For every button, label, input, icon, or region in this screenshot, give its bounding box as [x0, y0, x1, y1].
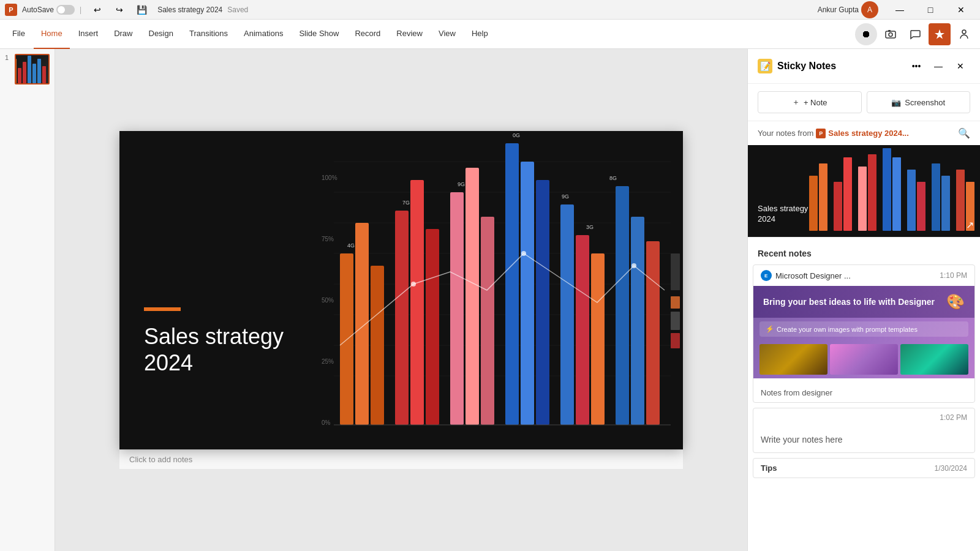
tab-home[interactable]: Home: [34, 20, 70, 49]
tab-review[interactable]: Review: [389, 20, 430, 49]
minimize-btn[interactable]: —: [886, 0, 914, 20]
svg-rect-23: [395, 211, 409, 425]
camera-tool-btn[interactable]: [880, 23, 902, 45]
title-bar: P AutoSave | ↩ ↪ 💾 Sales strategy 2024 S…: [0, 0, 980, 20]
screenshot-btn[interactable]: 📷 Screenshot: [867, 91, 971, 113]
filename-label: Sales strategy 2024: [157, 6, 222, 14]
slide-accent-line: [144, 307, 181, 311]
svg-rect-0: [886, 31, 895, 38]
svg-rect-31: [536, 180, 549, 425]
svg-rect-59: [809, 176, 818, 231]
svg-text:50%: 50%: [322, 297, 334, 304]
designer-note-time: 1:10 PM: [940, 271, 967, 280]
svg-rect-67: [907, 170, 916, 231]
slide-1-wrapper: 1: [5, 54, 50, 84]
close-btn[interactable]: ✕: [947, 0, 975, 20]
sticky-close-btn[interactable]: ✕: [951, 56, 970, 76]
plain-note-body: Write your notes here: [753, 427, 974, 452]
record-tool-btn[interactable]: ⏺: [855, 23, 877, 45]
tips-note-card[interactable]: Tips 1/30/2024: [753, 458, 975, 478]
sticky-more-btn[interactable]: •••: [907, 56, 926, 76]
svg-rect-30: [521, 162, 534, 425]
svg-rect-63: [858, 167, 867, 231]
designer-images: [753, 340, 974, 378]
canvas-area[interactable]: 4G 7G 9G 0G 9G 8G 3G 0% 25% 50% 75% 100%: [55, 49, 747, 551]
camera-icon: 📷: [891, 98, 901, 107]
svg-rect-33: [576, 235, 589, 425]
svg-rect-32: [560, 204, 574, 425]
designer-thumb-1: [760, 344, 827, 375]
ribbon: File Home Insert Draw Design Transitions…: [0, 20, 980, 49]
redo-btn[interactable]: ↪: [108, 0, 130, 21]
tab-help[interactable]: Help: [464, 20, 496, 49]
svg-rect-66: [892, 157, 901, 231]
design-tool-btn[interactable]: [929, 23, 951, 45]
autosave-toggle[interactable]: [56, 5, 75, 15]
svg-text:8G: 8G: [609, 175, 617, 181]
slide-preview-card[interactable]: Sales strategy 2024 ↗: [748, 145, 980, 238]
svg-rect-26: [450, 192, 464, 425]
sticky-action-buttons: ＋ + Note 📷 Screenshot: [748, 84, 980, 121]
present-tool-btn[interactable]: [953, 23, 975, 45]
sticky-search-btn[interactable]: 🔍: [958, 127, 970, 139]
tab-animations[interactable]: Animations: [236, 20, 290, 49]
svg-rect-57: [671, 333, 680, 348]
save-indicator: Saved: [227, 6, 248, 14]
svg-rect-27: [466, 168, 479, 425]
svg-rect-34: [591, 253, 605, 425]
svg-text:9G: 9G: [458, 181, 465, 187]
expand-icon[interactable]: ↗: [966, 219, 974, 231]
ribbon-tools: ⏺: [855, 23, 975, 45]
slide-thumbnail[interactable]: [15, 54, 50, 84]
from-filename: Sales strategy 2024...: [828, 129, 909, 138]
tab-file[interactable]: File: [5, 20, 32, 49]
svg-text:E: E: [764, 273, 768, 279]
svg-rect-21: [355, 223, 369, 425]
new-note-btn[interactable]: ＋ + Note: [758, 91, 862, 113]
svg-rect-64: [868, 154, 876, 231]
designer-banner-bg: Bring your best ideas to life with Desig…: [753, 286, 974, 378]
svg-rect-37: [646, 241, 660, 425]
maximize-btn[interactable]: □: [916, 0, 944, 20]
svg-rect-71: [956, 170, 965, 231]
avatar[interactable]: A: [861, 1, 878, 18]
tab-slideshow[interactable]: Slide Show: [292, 20, 346, 49]
svg-rect-62: [843, 157, 852, 231]
svg-rect-5: [15, 59, 17, 83]
save-btn[interactable]: 💾: [130, 0, 153, 21]
tab-draw[interactable]: Draw: [107, 20, 140, 49]
tab-record[interactable]: Record: [347, 20, 388, 49]
notes-bar[interactable]: Click to add notes: [119, 449, 683, 469]
window-controls: Ankur Gupta A — □ ✕: [818, 0, 975, 20]
svg-rect-11: [42, 66, 46, 83]
svg-rect-25: [426, 229, 439, 425]
svg-rect-65: [883, 148, 891, 231]
svg-rect-35: [616, 186, 629, 425]
plain-note-card[interactable]: 1:02 PM Write your notes here: [753, 408, 975, 453]
undo-btn[interactable]: ↩: [86, 0, 108, 21]
tab-view[interactable]: View: [431, 20, 463, 49]
autosave-label: AutoSave: [22, 6, 54, 14]
slide-title[interactable]: Sales strategy 2024: [144, 323, 284, 376]
tab-transitions[interactable]: Transitions: [182, 20, 235, 49]
comment-tool-btn[interactable]: [904, 23, 926, 45]
svg-rect-36: [631, 217, 644, 425]
plain-note-text: Write your notes here: [761, 435, 843, 444]
tab-design[interactable]: Design: [141, 20, 181, 49]
designer-card-text: Notes from designer: [753, 383, 974, 402]
note-card-header: E Microsoft Designer ... 1:10 PM: [753, 265, 974, 286]
designer-note-card[interactable]: E Microsoft Designer ... 1:10 PM Bring y…: [753, 264, 975, 403]
tab-insert[interactable]: Insert: [71, 20, 106, 49]
sticky-header-actions: ••• — ✕: [907, 56, 970, 76]
sticky-scroll-area[interactable]: Sales strategy 2024 ↗ Recent notes E Mic…: [748, 145, 980, 551]
svg-rect-54: [671, 253, 680, 290]
user-name: Ankur Gupta: [818, 6, 859, 14]
sticky-minimize-btn[interactable]: —: [929, 56, 948, 76]
svg-rect-10: [37, 59, 41, 83]
designer-banner-icon: 🎨: [946, 293, 965, 310]
slide-canvas[interactable]: 4G 7G 9G 0G 9G 8G 3G 0% 25% 50% 75% 100%: [119, 131, 683, 449]
designer-feature-text: Create your own images with prompt templ…: [777, 326, 918, 333]
sticky-app-icon: 📝: [758, 59, 772, 73]
slide-chart-svg: 4G 7G 9G 0G 9G 8G 3G 0% 25% 50% 75% 100%: [119, 131, 683, 449]
svg-rect-29: [505, 143, 519, 425]
